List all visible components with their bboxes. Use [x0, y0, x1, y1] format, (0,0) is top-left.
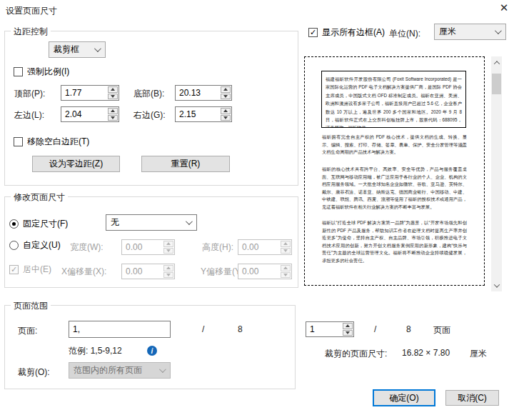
- chevron-down-icon: [94, 45, 101, 52]
- y-offset-spinner: 0.00: [238, 264, 292, 279]
- preview-page-value: 1: [306, 322, 342, 336]
- checkbox-checked-icon: ✓: [308, 28, 318, 37]
- page-range-separator: /: [202, 324, 204, 334]
- custom-size-radio[interactable]: 自定义(U): [9, 239, 61, 251]
- constrain-proportions-checkbox[interactable]: 强制比例(I): [14, 66, 69, 78]
- arrow-down-icon: [283, 274, 288, 276]
- left-margin-label: 左边(L):: [14, 109, 44, 121]
- right-margin-label: 右边(G):: [133, 109, 166, 121]
- spin-up-button[interactable]: [343, 323, 353, 329]
- spin-down-button: [281, 272, 291, 279]
- arrow-down-icon: [346, 331, 350, 334]
- arrow-up-icon: [166, 266, 171, 269]
- spin-up-button: [163, 241, 173, 247]
- spin-down-button: [163, 272, 173, 279]
- page-range-input[interactable]: [69, 321, 171, 338]
- page-size-group-label: 修改页面尺寸: [11, 191, 68, 204]
- unit-dropdown[interactable]: 厘米: [434, 24, 506, 40]
- spin-down-button[interactable]: [343, 330, 353, 336]
- spin-up-button[interactable]: [108, 86, 118, 93]
- arrow-up-icon: [223, 88, 228, 91]
- x-offset-value: 0.00: [122, 264, 163, 279]
- spin-up-button: [281, 241, 291, 247]
- show-all-borders-checkbox[interactable]: ✓ 显示所有边框(A): [308, 26, 385, 39]
- show-all-borders-label: 显示所有边框(A): [322, 26, 385, 39]
- close-icon[interactable]: ✕: [498, 1, 510, 14]
- height-label: 高度(H):: [202, 241, 233, 254]
- arrow-down-icon: [166, 249, 171, 252]
- spin-up-button: [163, 265, 173, 271]
- cropped-size-label: 裁剪的页面尺寸:: [325, 348, 387, 360]
- unit-dropdown-value: 厘米: [439, 26, 456, 38]
- chevron-up-icon: [493, 61, 499, 66]
- scrollbar-thumb[interactable]: [492, 74, 501, 94]
- crop-mode-dropdown[interactable]: 裁剪框: [49, 41, 106, 58]
- fixed-size-radio[interactable]: 固定尺寸(F): [9, 218, 68, 230]
- custom-size-label: 自定义(U): [23, 239, 61, 251]
- chevron-down-icon: [495, 27, 502, 34]
- arrow-down-icon: [111, 95, 115, 98]
- spin-up-button[interactable]: [221, 86, 231, 93]
- crop-mode-dropdown-value: 裁剪框: [54, 44, 79, 56]
- arrow-up-icon: [111, 109, 115, 112]
- top-margin-spinner[interactable]: 1.77: [61, 85, 119, 101]
- right-margin-spinner[interactable]: 2.15: [175, 106, 232, 122]
- checkbox-box: [14, 67, 23, 76]
- ok-button[interactable]: 确定(O): [373, 389, 435, 406]
- remove-white-margins-checkbox[interactable]: 移除空白边距(T): [14, 136, 89, 148]
- preview-paragraph: 福昕的核心技术具有跨平台、高效率、安全等优势，产品与服务覆盖桌面、互联网与移动应…: [322, 166, 467, 211]
- left-margin-value: 2.04: [61, 107, 107, 121]
- width-spinner: 0.00: [121, 239, 175, 255]
- page-preview[interactable]: 福建福昕软件开发股份有限公司 (Foxit Software Incorpora…: [304, 56, 485, 286]
- dialog-title: 设置页面尺寸: [6, 5, 57, 17]
- info-icon[interactable]: i: [147, 346, 157, 356]
- checkbox-checked-icon: ✓: [9, 265, 19, 274]
- spin-down-button[interactable]: [221, 94, 231, 100]
- arrow-down-icon: [166, 274, 171, 276]
- page-range-group-label: 页面范围: [11, 300, 51, 312]
- set-zero-margins-button[interactable]: 设为零边距(Z): [32, 156, 120, 172]
- fixed-size-dropdown-value: 无: [111, 216, 119, 229]
- bottom-margin-spinner[interactable]: 20.13: [175, 85, 232, 101]
- spin-down-button: [281, 248, 291, 254]
- scroll-down-button[interactable]: [491, 279, 502, 291]
- width-label: 宽度(W):: [70, 241, 104, 254]
- arrow-up-icon: [111, 88, 115, 91]
- page-label: 页面:: [18, 325, 37, 337]
- left-margin-spinner[interactable]: 2.04: [61, 106, 119, 122]
- spin-down-button[interactable]: [108, 94, 118, 100]
- spin-up-button[interactable]: [108, 108, 118, 114]
- right-margin-value: 2.15: [176, 107, 220, 121]
- preview-page-spinner[interactable]: 1: [306, 321, 354, 337]
- reset-button[interactable]: 重置(R): [141, 156, 230, 172]
- height-spinner: 0.00: [238, 239, 292, 255]
- scroll-up-button[interactable]: [491, 56, 502, 69]
- arrow-up-icon: [346, 324, 350, 327]
- arrow-up-icon: [283, 266, 288, 269]
- arrow-down-icon: [283, 249, 288, 252]
- unit-label: 单位(N):: [389, 28, 420, 40]
- preview-page-separator: /: [374, 324, 376, 334]
- radio-unselected-icon: [9, 241, 19, 250]
- spin-down-button[interactable]: [108, 115, 118, 121]
- fixed-size-label: 固定尺寸(F): [23, 218, 68, 230]
- fixed-size-dropdown[interactable]: 无: [106, 214, 197, 231]
- page-range-total: 8: [238, 324, 243, 334]
- spin-up-button[interactable]: [221, 108, 231, 114]
- spin-down-button[interactable]: [221, 115, 231, 121]
- remove-white-margins-label: 移除空白边距(T): [27, 136, 89, 148]
- checkbox-box: [14, 137, 23, 146]
- cancel-button[interactable]: 取消(C): [445, 390, 499, 406]
- arrow-up-icon: [223, 109, 228, 112]
- cropped-size-value: 16.82 × 7.80: [402, 348, 450, 358]
- preview-pages-label: 页面: [433, 324, 450, 336]
- arrow-up-icon: [166, 242, 171, 245]
- preview-paragraph: 福昕拥有完全自主产权的 PDF 核心技术，提供文档的生成、转换、显示、编辑、搜索…: [322, 134, 467, 156]
- height-value: 0.00: [238, 240, 280, 254]
- chevron-down-icon: [186, 218, 193, 225]
- cropped-size-unit: 厘米: [470, 348, 487, 360]
- preview-scrollbar[interactable]: [491, 56, 502, 291]
- center-checkbox: ✓ 居中(E): [9, 264, 51, 276]
- width-value: 0.00: [122, 240, 163, 254]
- x-offset-spinner: 0.00: [121, 264, 175, 279]
